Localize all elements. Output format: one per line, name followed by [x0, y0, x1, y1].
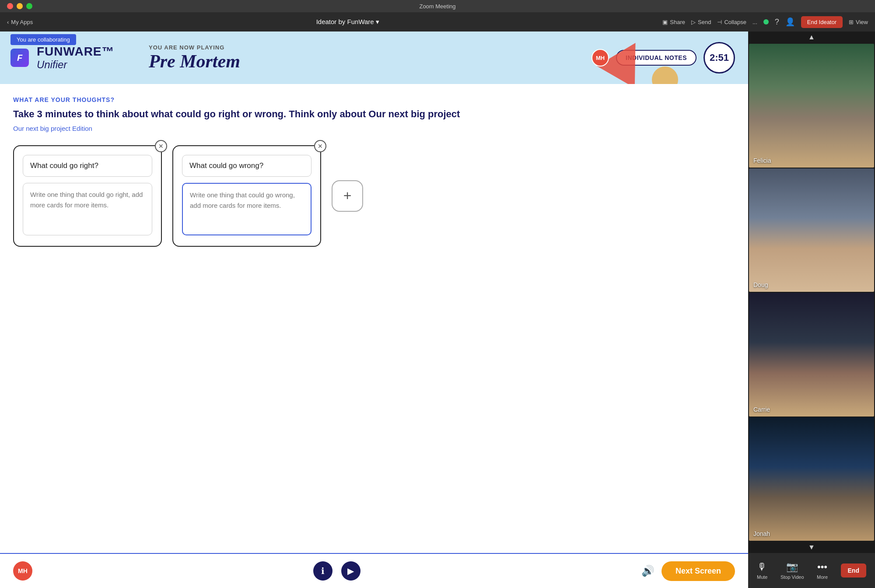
- card-right-header: What could go right?: [23, 155, 152, 177]
- app-title-text: Ideator by FunWare: [316, 18, 374, 25]
- video-label: Stop Video: [780, 574, 804, 580]
- main-layout: F FUNWARE™ Unifier YOU ARE NOW PLAYING P…: [0, 32, 875, 588]
- video-tile-felicia: Felicia: [749, 44, 874, 168]
- end-ideator-button[interactable]: End Ideator: [801, 16, 843, 28]
- send-label: Send: [698, 19, 711, 25]
- maximize-button[interactable]: [26, 3, 32, 9]
- bottom-right-controls: 🔊 Next Screen: [641, 561, 735, 581]
- main-question: Take 3 minutes to think about what could…: [13, 108, 735, 121]
- funware-logo-icon: F: [10, 49, 29, 67]
- app-title: Ideator by FunWare ▾: [316, 18, 379, 25]
- camera-icon: 📷: [786, 561, 798, 573]
- card-right-close-button[interactable]: ✕: [155, 140, 167, 152]
- collapse-button[interactable]: ⊣ Collapse: [717, 19, 746, 25]
- game-info: YOU ARE NOW PLAYING Pre Mortem: [140, 44, 592, 72]
- app-title-arrow: ▾: [376, 18, 379, 25]
- scroll-up-button[interactable]: ▲: [748, 32, 875, 43]
- card-wrong-body-input[interactable]: [182, 183, 312, 235]
- more-dots-icon: •••: [817, 561, 827, 573]
- card-right-body-input[interactable]: [23, 183, 152, 235]
- mute-control[interactable]: 🎙 Mute: [757, 561, 767, 580]
- window-controls: [7, 3, 32, 9]
- logo-subtitle: Unifier: [37, 59, 115, 71]
- close-button[interactable]: [7, 3, 13, 9]
- timer-display: 2:51: [704, 42, 735, 74]
- view-button[interactable]: ⊞ View: [849, 19, 868, 25]
- video-tile-carrie: Carrie: [749, 293, 874, 416]
- participant-name-felicia: Felicia: [753, 157, 771, 164]
- participant-name-doug: Doug: [753, 281, 768, 288]
- playing-label: YOU ARE NOW PLAYING: [149, 44, 592, 51]
- add-card-button[interactable]: +: [332, 180, 363, 212]
- user-avatar: MH: [592, 49, 609, 66]
- help-button[interactable]: ?: [775, 18, 779, 27]
- collapse-icon: ⊣: [717, 19, 722, 25]
- menu-right-controls: ▣ Share ▷ Send ⊣ Collapse ... ? 👤 End Id…: [662, 16, 868, 28]
- bottom-user-avatar: MH: [13, 561, 32, 581]
- tm-symbol: ™: [102, 45, 115, 58]
- zoom-bar: 🎙 Mute 📷 Stop Video ••• More End: [748, 553, 875, 588]
- scroll-down-button[interactable]: ▼: [748, 542, 875, 553]
- edition-text: Our next big project Edition: [13, 125, 735, 132]
- view-label: View: [856, 19, 868, 25]
- my-apps-label: My Apps: [11, 19, 33, 25]
- content-area: WHAT ARE YOUR THOUGHTS? Take 3 minutes t…: [0, 84, 748, 588]
- chevron-left-icon: ‹: [7, 19, 9, 25]
- share-icon: ▣: [662, 19, 668, 25]
- brand-name: FUNWARE™: [37, 45, 115, 59]
- game-header: F FUNWARE™ Unifier YOU ARE NOW PLAYING P…: [0, 32, 748, 84]
- avatar-initials: MH: [596, 55, 605, 61]
- bottom-avatar-initials: MH: [18, 567, 28, 574]
- logo-text-group: FUNWARE™ Unifier: [37, 45, 115, 71]
- send-icon: ▷: [691, 19, 696, 25]
- collaboration-banner: You are collaborating: [10, 34, 76, 45]
- microphone-icon: 🎙: [757, 561, 767, 573]
- card-wrong-header: What could go wrong?: [182, 155, 312, 177]
- content-panel: F FUNWARE™ Unifier YOU ARE NOW PLAYING P…: [0, 32, 748, 588]
- brand-name-text: FUNWARE: [37, 45, 102, 58]
- video-control[interactable]: 📷 Stop Video: [780, 561, 804, 580]
- section-label: WHAT ARE YOUR THOUGHTS?: [13, 96, 735, 103]
- card-group-right: ✕ What could go right?: [13, 145, 162, 247]
- share-label: Share: [670, 19, 685, 25]
- end-call-button[interactable]: End: [841, 564, 866, 578]
- menu-bar: ‹ My Apps Ideator by FunWare ▾ ▣ Share ▷…: [0, 12, 875, 32]
- connection-status-icon: [763, 19, 769, 24]
- video-panel: ▲ Felicia Doug Carrie Jonah ▼ 🎙 M: [748, 32, 875, 588]
- more-button[interactable]: ...: [752, 19, 757, 25]
- more-control[interactable]: ••• More: [817, 561, 828, 580]
- title-bar: Zoom Meeting: [0, 0, 875, 12]
- view-icon: ⊞: [849, 19, 854, 25]
- card-right-header-text: What could go right?: [30, 161, 98, 170]
- game-title: Pre Mortem: [149, 51, 592, 72]
- add-card-icon: +: [343, 188, 352, 204]
- game-logo: F FUNWARE™ Unifier: [0, 45, 140, 71]
- next-screen-button[interactable]: Next Screen: [662, 561, 735, 581]
- my-apps-button[interactable]: ‹ My Apps: [7, 19, 33, 25]
- window-title: Zoom Meeting: [419, 3, 455, 10]
- video-tile-jonah: Jonah: [749, 417, 874, 541]
- collapse-label: Collapse: [724, 19, 746, 25]
- play-button[interactable]: ▶: [341, 561, 360, 581]
- minimize-button[interactable]: [17, 3, 23, 9]
- card-wrong-header-text: What could go wrong?: [189, 161, 263, 170]
- video-grid: Felicia Doug Carrie Jonah: [748, 43, 875, 542]
- bottom-center-controls: ℹ ▶: [313, 561, 360, 581]
- info-button[interactable]: ℹ: [313, 561, 332, 581]
- bottom-bar: MH ℹ ▶ 🔊 Next Screen: [0, 553, 748, 588]
- more-label: ...: [752, 19, 757, 25]
- card-wrong-close-button[interactable]: ✕: [314, 140, 326, 152]
- card-group-wrong: ✕ What could go wrong?: [172, 145, 321, 247]
- share-button[interactable]: ▣ Share: [662, 19, 685, 25]
- more-label: More: [817, 574, 828, 580]
- send-button[interactable]: ▷ Send: [691, 19, 711, 25]
- participant-name-carrie: Carrie: [753, 406, 770, 413]
- cards-area: ✕ What could go right? ✕ What could go w…: [13, 145, 735, 247]
- info-icon: ℹ: [321, 566, 325, 576]
- volume-button[interactable]: 🔊: [641, 565, 654, 577]
- user-button[interactable]: 👤: [785, 17, 795, 27]
- volume-icon: 🔊: [641, 565, 654, 577]
- participant-name-jonah: Jonah: [753, 530, 770, 537]
- video-tile-doug: Doug: [749, 168, 874, 292]
- play-icon: ▶: [347, 566, 354, 576]
